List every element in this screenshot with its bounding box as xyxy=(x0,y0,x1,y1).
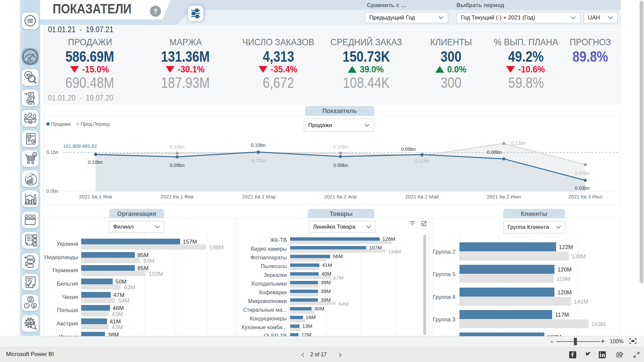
svg-text:KPI: KPI xyxy=(27,60,34,63)
svg-text:1: 1 xyxy=(34,235,36,238)
